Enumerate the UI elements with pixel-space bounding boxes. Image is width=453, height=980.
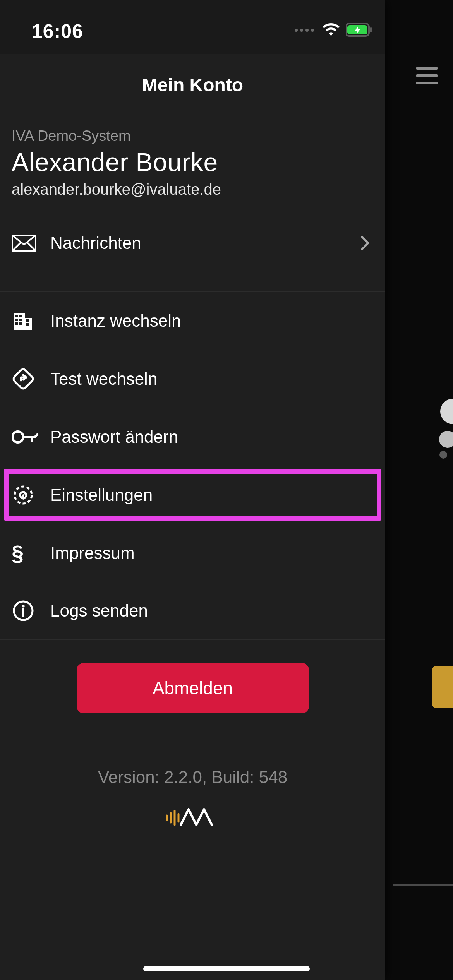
chevron-right-icon <box>361 236 370 250</box>
svg-rect-20 <box>22 608 24 617</box>
svg-point-19 <box>22 605 24 607</box>
section-sign-icon: § <box>12 542 50 564</box>
menu-label: Logs senden <box>50 601 148 620</box>
status-time: 16:06 <box>32 20 83 43</box>
divider <box>393 884 453 886</box>
info-icon <box>12 599 50 622</box>
bubble-decoration <box>439 431 453 448</box>
svg-rect-11 <box>19 322 22 325</box>
menu-item-switch-test[interactable]: Test wechseln <box>0 350 385 408</box>
directions-icon <box>12 367 50 391</box>
bubble-decoration <box>440 399 453 424</box>
svg-point-15 <box>12 432 23 442</box>
menu-label: Passwort ändern <box>50 427 178 447</box>
logout-button[interactable]: Abmelden <box>77 663 309 713</box>
svg-rect-1 <box>370 27 372 32</box>
svg-rect-12 <box>26 319 29 322</box>
menu-item-send-logs[interactable]: Logs senden <box>0 582 385 640</box>
system-label: IVA Demo-System <box>12 128 374 144</box>
account-drawer: 16:06 Mein Konto IVA Demo-System Ale <box>0 0 385 980</box>
user-email: alexander.bourke@ivaluate.de <box>12 181 374 198</box>
svg-rect-9 <box>19 319 22 321</box>
building-icon <box>12 310 50 332</box>
page-title: Mein Konto <box>142 74 243 96</box>
app-logo <box>0 806 385 829</box>
menu-label: Instanz wechseln <box>50 311 181 331</box>
menu-label: Einstellungen <box>50 485 153 505</box>
key-icon <box>12 429 50 445</box>
underlying-app <box>385 0 453 980</box>
user-name: Alexander Bourke <box>12 147 374 177</box>
svg-rect-10 <box>15 322 18 325</box>
bubble-decoration <box>439 451 447 459</box>
menu-label: Impressum <box>50 543 135 563</box>
signal-dots-icon <box>295 26 316 33</box>
menu-label: Test wechseln <box>50 369 157 389</box>
svg-rect-6 <box>15 315 18 317</box>
mail-icon <box>12 235 50 252</box>
wifi-icon <box>322 22 340 37</box>
svg-rect-13 <box>26 323 29 326</box>
home-indicator[interactable] <box>143 966 310 971</box>
svg-rect-8 <box>15 319 18 321</box>
account-info: IVA Demo-System Alexander Bourke alexand… <box>0 116 385 214</box>
battery-charging-icon <box>346 23 374 37</box>
menu-item-messages[interactable]: Nachrichten <box>0 214 385 272</box>
menu-item-imprint[interactable]: § Impressum <box>0 524 385 582</box>
menu-item-switch-instance[interactable]: Instanz wechseln <box>0 291 385 350</box>
gear-icon <box>12 483 50 507</box>
menu-item-settings[interactable]: Einstellungen <box>0 466 385 524</box>
version-label: Version: 2.2.0, Build: 548 <box>0 768 385 787</box>
hamburger-icon[interactable] <box>416 67 438 84</box>
side-tab[interactable] <box>432 666 453 708</box>
menu-item-change-password[interactable]: Passwort ändern <box>0 408 385 466</box>
drawer-header: Mein Konto <box>0 54 385 116</box>
status-bar: 16:06 <box>0 0 385 54</box>
menu-label: Nachrichten <box>50 233 141 253</box>
svg-rect-7 <box>19 315 22 317</box>
